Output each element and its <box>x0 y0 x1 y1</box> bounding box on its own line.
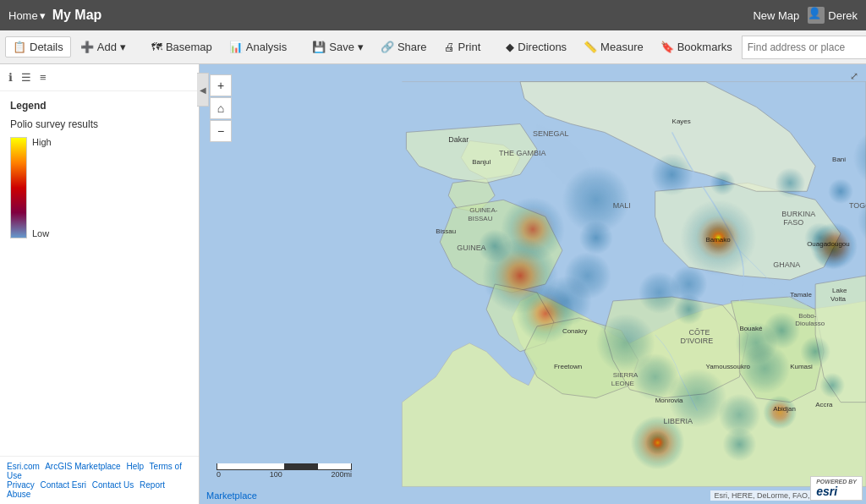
svg-point-38 <box>828 178 853 204</box>
print-label: Print <box>458 41 481 53</box>
heat-circle-8 <box>564 252 611 299</box>
add-icon: ➕ <box>80 41 94 53</box>
legend-gradient-bar <box>10 137 27 238</box>
share-icon: 🔗 <box>381 41 394 53</box>
zoom-out-button[interactable]: − <box>210 120 232 142</box>
user-avatar: 👤 <box>808 7 825 24</box>
svg-text:Dioulasso: Dioulasso <box>795 320 825 327</box>
heat-circle-gui5 <box>478 229 512 263</box>
measure-button[interactable]: 📏 Measure <box>576 36 651 58</box>
marketplace-link[interactable]: ArcGIS Marketplace <box>45 462 120 471</box>
directions-icon: ◆ <box>506 41 514 53</box>
directions-button[interactable]: ◆ Directions <box>498 36 574 58</box>
print-icon: 🖨 <box>444 41 455 53</box>
bookmarks-button[interactable]: 🔖 Bookmarks <box>653 36 740 58</box>
search-input[interactable] <box>742 36 866 59</box>
scale-segment-3 <box>318 463 352 470</box>
svg-text:Lake: Lake <box>832 287 847 294</box>
svg-point-37 <box>775 167 805 198</box>
details-label: Details <box>30 41 63 53</box>
marketplace-footer-link[interactable]: Marketplace <box>206 490 257 501</box>
esri-label: esri <box>816 485 837 498</box>
svg-text:Accra: Accra <box>815 401 833 408</box>
zoom-in-button[interactable]: + <box>210 74 232 96</box>
heat-circle-lib2 <box>668 369 727 428</box>
sidebar-footer: Esri.com ArcGIS Marketplace Help Terms o… <box>0 456 199 504</box>
heat-circle-abi2 <box>722 428 756 462</box>
bookmarks-icon: 🔖 <box>660 41 674 53</box>
esri-com-link[interactable]: Esri.com <box>7 462 40 471</box>
layer-title: Polio survey results <box>10 118 189 130</box>
search-container: 🔍 <box>742 36 866 59</box>
add-label: Add <box>97 41 117 53</box>
add-button[interactable]: ➕ Add ▾ <box>73 36 134 58</box>
contact-us-link[interactable]: Contact Us <box>92 480 134 490</box>
svg-text:GHANA: GHANA <box>773 260 800 269</box>
svg-text:Kayes: Kayes <box>672 118 691 125</box>
svg-text:FASO: FASO <box>783 218 803 227</box>
heat-circle-ci3 <box>763 312 800 349</box>
print-button[interactable]: 🖨 Print <box>436 36 489 58</box>
new-map-button[interactable]: New Map <box>753 9 799 22</box>
save-chevron: ▾ <box>358 41 364 53</box>
svg-text:GUINEA-: GUINEA- <box>469 206 498 214</box>
sidebar-collapse-button[interactable]: ◀ <box>197 73 209 107</box>
privacy-link[interactable]: Privacy <box>7 480 35 490</box>
add-chevron: ▾ <box>120 41 126 53</box>
save-button[interactable]: 💾 Save ▾ <box>304 36 371 58</box>
share-button[interactable]: 🔗 Share <box>373 36 435 58</box>
scale-label-200: 200mi <box>331 470 352 479</box>
svg-text:LEONE: LEONE <box>611 380 634 387</box>
heat-circle-gh2 <box>819 373 845 398</box>
svg-text:CÔTE: CÔTE <box>689 328 710 337</box>
svg-text:BISSAU: BISSAU <box>468 215 492 222</box>
svg-text:Freetown: Freetown <box>554 363 582 370</box>
map-container[interactable]: Dakar Banjul THE GAMBIA SENEGAL GUINEA- … <box>200 64 866 504</box>
measure-label: Measure <box>600 41 644 53</box>
legend-high-label: High <box>32 137 52 147</box>
svg-text:Tamale: Tamale <box>790 291 812 299</box>
basemap-label: Basemap <box>166 41 212 53</box>
svg-text:THE GAMBIA: THE GAMBIA <box>499 149 545 157</box>
home-label: Home <box>8 9 38 22</box>
scale-label-0: 0 <box>216 470 221 479</box>
analysis-button[interactable]: 📊 Analysis <box>222 36 294 58</box>
expand-button[interactable]: ⤢ <box>846 68 863 85</box>
heat-circle-monrovia-inner <box>646 431 670 455</box>
details-icon: 📋 <box>13 41 26 53</box>
home-button[interactable]: Home ▾ <box>8 9 46 22</box>
directions-label: Directions <box>518 41 567 53</box>
home-extent-button[interactable]: ⌂ <box>210 97 232 119</box>
analysis-label: Analysis <box>246 41 287 53</box>
scale-segment-1 <box>216 463 284 470</box>
home-chevron: ▾ <box>40 9 46 22</box>
scale-bar: 0 100 200mi <box>216 463 352 479</box>
svg-text:Bobo-: Bobo- <box>798 312 817 320</box>
heat-circle-gh1 <box>800 337 830 367</box>
user-menu[interactable]: 👤 Derek <box>808 7 858 24</box>
legend-title: Legend <box>10 100 189 112</box>
svg-text:Banjul: Banjul <box>472 158 491 166</box>
contact-esri-link[interactable]: Contact Esri <box>41 480 86 490</box>
scale-label-100: 100 <box>270 470 282 479</box>
svg-text:D'IVOIRE: D'IVOIRE <box>681 337 714 345</box>
help-link[interactable]: Help <box>126 462 144 471</box>
legend-tab[interactable]: ≡ <box>38 69 48 85</box>
legend-low-label: Low <box>32 228 52 238</box>
user-name: Derek <box>828 9 858 22</box>
heat-circle-oua-main <box>810 222 858 270</box>
page-title: My Map <box>52 8 102 23</box>
scale-segment-2 <box>284 463 318 470</box>
svg-text:Volta: Volta <box>830 295 846 303</box>
layers-tab[interactable]: ☰ <box>19 69 33 85</box>
basemap-button[interactable]: 🗺 Basemap <box>144 36 220 58</box>
bookmarks-label: Bookmarks <box>677 41 732 53</box>
share-label: Share <box>397 41 427 53</box>
measure-icon: 📏 <box>584 41 597 53</box>
svg-text:SENEGAL: SENEGAL <box>533 129 568 138</box>
svg-text:Bani: Bani <box>832 156 846 163</box>
info-tab[interactable]: ℹ <box>7 69 14 85</box>
heat-circle-kayes <box>651 153 693 195</box>
details-button[interactable]: 📋 Details <box>5 36 71 58</box>
heat-circle-abidjan <box>763 396 797 430</box>
